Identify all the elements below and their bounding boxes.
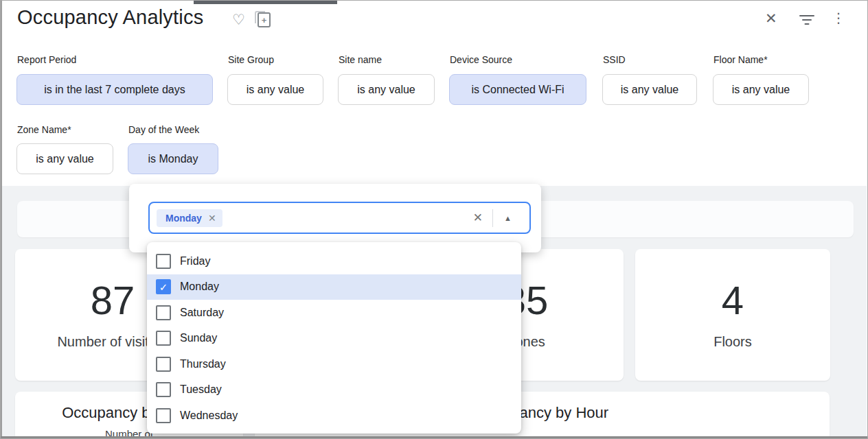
checkbox-icon[interactable]: [156, 331, 171, 346]
checkbox-icon[interactable]: [156, 279, 171, 294]
filter-label-device-source: Device Source: [450, 54, 512, 65]
scorecard-value: 87: [91, 280, 135, 322]
option-label: Saturday: [180, 307, 224, 319]
checkbox-icon[interactable]: [156, 254, 171, 269]
option-label: Friday: [180, 255, 210, 268]
option-label: Sunday: [180, 332, 217, 344]
filter-chip-site-name[interactable]: is any value: [338, 74, 435, 105]
dashboard-window: Occupancy Analytics ♡ + ✕ ⋮ Report Perio…: [0, 0, 868, 439]
token-label: Monday: [165, 213, 202, 224]
filter-chip-zone-name[interactable]: is any value: [16, 143, 113, 174]
page-title: Occupancy Analytics: [17, 6, 203, 29]
option-wednesday[interactable]: Wednesday: [147, 403, 521, 429]
collapse-caret-icon[interactable]: ▲: [493, 214, 523, 222]
token-remove-icon[interactable]: ✕: [208, 213, 216, 224]
scorecard-value: 4: [722, 280, 744, 322]
option-label: Tuesday: [180, 383, 222, 396]
select-controls: ✕ ▲: [464, 209, 523, 227]
option-label: Thursday: [180, 358, 226, 370]
filter-chip-ssid[interactable]: is any value: [602, 74, 697, 105]
copy-dashboard-icon[interactable]: +: [258, 12, 271, 27]
clear-selection-icon[interactable]: ✕: [464, 211, 492, 225]
day-of-week-multiselect-input[interactable]: Monday ✕ ✕ ▲: [148, 202, 531, 234]
filter-label-report-period: Report Period: [17, 54, 76, 65]
filter-label-site-name: Site name: [339, 54, 382, 65]
checkbox-icon[interactable]: [156, 408, 171, 423]
filter-chip-day-of-week[interactable]: is Monday: [128, 143, 218, 174]
option-monday[interactable]: Monday: [147, 274, 521, 300]
option-tuesday[interactable]: Tuesday: [147, 377, 521, 403]
filter-chip-device-source[interactable]: is Connected Wi-Fi: [449, 74, 586, 105]
kebab-menu-icon[interactable]: ⋮: [832, 10, 845, 26]
filter-chip-floor-name[interactable]: is any value: [713, 74, 809, 105]
option-saturday[interactable]: Saturday: [147, 300, 521, 326]
window-border-left: [1, 1, 2, 438]
filter-chip-report-period[interactable]: is in the last 7 complete days: [16, 74, 213, 105]
filter-icon[interactable]: [799, 15, 815, 26]
scorecard-floors: 4 Floors: [635, 249, 830, 381]
filter-chip-site-group[interactable]: is any value: [227, 74, 323, 105]
filter-label-ssid: SSID: [603, 54, 626, 65]
filter-label-zone-name: Zone Name*: [17, 124, 71, 135]
day-options-listbox: Friday Monday Saturday Sunday Thursday T…: [147, 242, 521, 434]
top-edge-artifact: [194, 1, 337, 4]
filter-label-floor-name: Floor Name*: [713, 54, 768, 65]
close-icon[interactable]: ✕: [765, 10, 777, 27]
filter-label-site-group: Site Group: [228, 54, 274, 65]
option-label: Monday: [180, 281, 219, 293]
option-label: Wednesday: [180, 410, 238, 422]
option-friday[interactable]: Friday: [147, 248, 521, 274]
window-border-bottom: [1, 436, 867, 438]
checkbox-icon[interactable]: [156, 357, 171, 372]
checkbox-icon[interactable]: [156, 382, 171, 397]
favorite-heart-icon[interactable]: ♡: [232, 12, 245, 28]
checkbox-icon[interactable]: [156, 305, 171, 320]
option-thursday[interactable]: Thursday: [147, 351, 521, 377]
scorecard-label: Floors: [713, 334, 752, 350]
selected-token-monday[interactable]: Monday ✕: [157, 209, 222, 227]
option-sunday[interactable]: Sunday: [147, 326, 521, 352]
filter-label-day-of-week: Day of the Week: [128, 124, 199, 135]
